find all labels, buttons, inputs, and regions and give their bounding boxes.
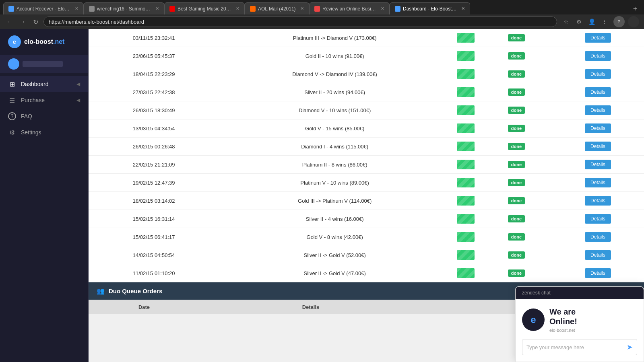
order-details: Diamond V -> Diamond IV (139.00€)	[219, 65, 450, 83]
order-date: 11/02/15 01:10:20	[89, 264, 219, 282]
sidebar-item-settings[interactable]: ⚙ Settings	[0, 124, 88, 140]
details-button[interactable]: Details	[585, 87, 611, 97]
account-icon[interactable]: 👤	[586, 16, 597, 27]
settings-icon: ⚙	[8, 128, 16, 136]
duo-col-date: Date	[89, 300, 200, 314]
table-row: 03/11/15 23:32:41 Platinum III -> Diamon…	[89, 29, 644, 47]
forward-button[interactable]: →	[18, 17, 27, 27]
order-date: 22/02/15 21:21:09	[89, 156, 219, 174]
details-button[interactable]: Details	[585, 160, 611, 169]
details-button[interactable]: Details	[585, 196, 611, 206]
nav-items: ⊞ Dashboard ◀ ☰ Purchase ◀ ? FAQ ⚙ Setti…	[0, 73, 88, 362]
extension-icon[interactable]: ⚙	[573, 16, 584, 27]
details-button[interactable]: Details	[585, 51, 611, 61]
status-badge: done	[508, 34, 525, 41]
order-details: Gold III -> Platinum V (114.00€)	[219, 192, 450, 210]
details-button[interactable]: Details	[585, 268, 611, 278]
window-controls	[628, 16, 639, 27]
details-button[interactable]: Details	[585, 178, 611, 187]
order-action[interactable]: Details	[552, 65, 644, 83]
order-status: done	[481, 65, 552, 83]
details-button[interactable]: Details	[585, 142, 611, 151]
sidebar-item-purchase[interactable]: ☰ Purchase ◀	[0, 92, 88, 108]
table-row: 11/02/15 01:10:20 Silver II -> Gold V (4…	[89, 264, 644, 282]
browser-tab-tab5[interactable]: Review an Online Business ✕	[309, 2, 390, 14]
order-date: 18/02/15 03:14:02	[89, 192, 219, 210]
reload-button[interactable]: ↻	[31, 17, 40, 27]
order-action[interactable]: Details	[552, 210, 644, 228]
details-button[interactable]: Details	[585, 232, 611, 242]
order-progress	[450, 65, 481, 83]
order-details: Diamond I - 4 wins (115.00€)	[219, 138, 450, 156]
browser-tab-tab3[interactable]: Best Gaming Music 2018 ♫ Be... ✕	[164, 2, 245, 14]
details-button[interactable]: Details	[585, 250, 611, 260]
details-button[interactable]: Details	[585, 33, 611, 43]
zendesk-logo: e	[522, 309, 545, 331]
status-badge: done	[508, 88, 525, 96]
logo-area: e elo-boost.net	[0, 29, 88, 55]
order-progress	[450, 210, 481, 228]
details-button[interactable]: Details	[585, 105, 611, 115]
table-row: 19/02/15 12:47:39 Platinum V - 10 wins (…	[89, 174, 644, 192]
zendesk-input-area[interactable]: ➤	[522, 339, 637, 355]
order-action[interactable]: Details	[552, 264, 644, 282]
zendesk-body: e We areOnline! elo-boost.net ➤	[516, 299, 644, 362]
order-status: done	[481, 174, 552, 192]
order-status: done	[481, 264, 552, 282]
order-action[interactable]: Details	[552, 228, 644, 246]
details-button[interactable]: Details	[585, 123, 611, 133]
back-button[interactable]: ←	[5, 17, 14, 27]
menu-icon[interactable]: ⋮	[599, 16, 610, 27]
table-row: 14/02/15 04:50:54 Silver II -> Gold V (5…	[89, 246, 644, 264]
order-action[interactable]: Details	[552, 246, 644, 264]
order-details: Platinum V - 10 wins (89.00€)	[219, 174, 450, 192]
purchase-arrow: ◀	[76, 97, 80, 103]
zendesk-brand: e We areOnline! elo-boost.net	[522, 307, 637, 333]
sidebar-item-dashboard[interactable]: ⊞ Dashboard ◀	[0, 76, 88, 92]
logo-text: elo-boost.net	[24, 38, 64, 45]
order-date: 03/11/15 23:32:41	[89, 29, 219, 47]
order-action[interactable]: Details	[552, 119, 644, 138]
duo-queue-title: Duo Queue Orders	[109, 288, 162, 294]
order-details: Silver II -> Gold V (47.00€)	[219, 264, 450, 282]
order-action[interactable]: Details	[552, 83, 644, 101]
zendesk-brand-info: We areOnline! elo-boost.net	[549, 307, 577, 333]
order-action[interactable]: Details	[552, 156, 644, 174]
table-row: 15/02/15 06:41:17 Gold V - 8 wins (42.00…	[89, 228, 644, 246]
order-date: 15/02/15 06:41:17	[89, 228, 219, 246]
browser-tab-tab4[interactable]: AOL Mail (42011) ✕	[245, 2, 309, 14]
sidebar-item-faq[interactable]: ? FAQ	[0, 108, 88, 124]
sidebar-label-dashboard: Dashboard	[21, 81, 72, 87]
order-action[interactable]: Details	[552, 174, 644, 192]
order-action[interactable]: Details	[552, 192, 644, 210]
profile-button[interactable]: P	[613, 16, 625, 27]
order-details: Platinum III -> Diamond V (173.00€)	[219, 29, 450, 47]
zendesk-send-button[interactable]: ➤	[627, 343, 633, 352]
browser-tab-tab6[interactable]: Dashboard - Elo-Boost.net - L... ✕	[390, 2, 470, 14]
browser-tab-tab2[interactable]: wrenching16 - Summoner Sta... ✕	[84, 2, 164, 14]
browser-tab-tab1[interactable]: Account Recover - Elo-Boost.n... ✕	[3, 2, 84, 14]
details-button[interactable]: Details	[585, 214, 611, 224]
address-bar[interactable]: https://members.elo-boost.net/dashboard	[43, 16, 557, 27]
order-details: Silver II - 4 wins (16.00€)	[219, 210, 450, 228]
order-progress	[450, 156, 481, 174]
new-tab-button[interactable]: +	[630, 3, 641, 14]
order-action[interactable]: Details	[552, 101, 644, 119]
zendesk-header: zendesk chat	[516, 287, 644, 299]
order-progress	[450, 47, 481, 65]
browser-toolbar: ← → ↻ https://members.elo-boost.net/dash…	[0, 14, 644, 29]
logo-main: elo-boost	[24, 38, 53, 45]
order-details: Diamond V - 10 wins (151.00€)	[219, 101, 450, 119]
zendesk-message-input[interactable]	[526, 344, 623, 350]
order-details: Silver II -> Gold V (52.00€)	[219, 246, 450, 264]
order-progress	[450, 264, 481, 282]
order-action[interactable]: Details	[552, 29, 644, 47]
logo-icon: e	[8, 35, 21, 48]
details-button[interactable]: Details	[585, 69, 611, 79]
bookmark-icon[interactable]: ☆	[560, 16, 572, 27]
order-status: done	[481, 29, 552, 47]
order-action[interactable]: Details	[552, 138, 644, 156]
order-action[interactable]: Details	[552, 47, 644, 65]
table-row: 15/02/15 16:31:14 Silver II - 4 wins (16…	[89, 210, 644, 228]
status-badge: done	[508, 251, 525, 259]
